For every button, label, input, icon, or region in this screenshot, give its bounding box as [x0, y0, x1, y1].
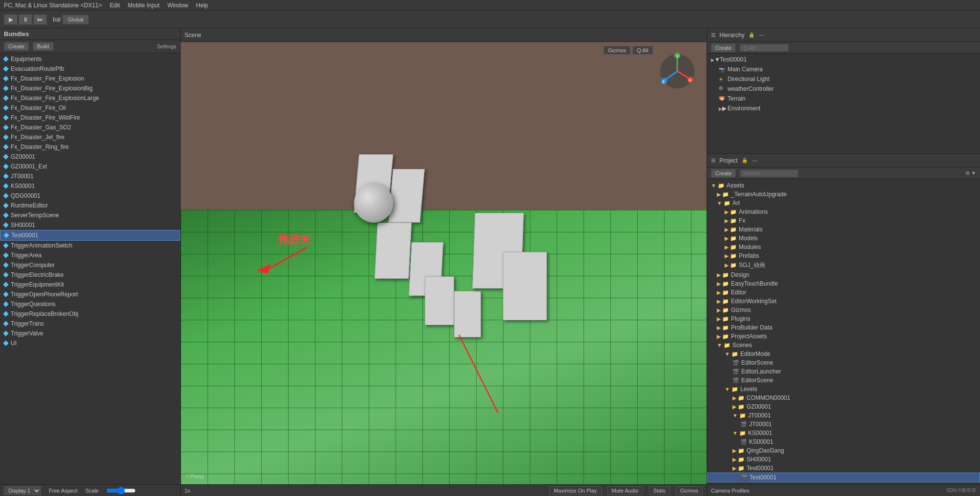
project-tree-item-5[interactable]: ▶ 📁Materials [707, 225, 980, 234]
bundle-item-7[interactable]: Fx_Disaster_Gas_SO2 [0, 123, 180, 132]
hierarchy-item-dirlight[interactable]: Directional Light [715, 74, 980, 84]
project-tree-item-26[interactable]: ▼ 📁JT00001 [707, 411, 980, 420]
bundle-item-2[interactable]: Fx_Disaster_Fire_Explosion [0, 74, 180, 83]
project-tree-item-24[interactable]: ▶ 📁COMMON00001 [707, 393, 980, 402]
project-tree-item-25[interactable]: ▶ 📁GZ00001 [707, 402, 980, 411]
project-tree-item-22[interactable]: 🎬EditorScene [707, 376, 980, 385]
menu-window[interactable]: Window [167, 2, 188, 9]
bundle-item-12[interactable]: JT00001 [0, 171, 180, 181]
project-tree-item-10[interactable]: ▶ 📁Design [707, 270, 980, 279]
hierarchy-scene-root[interactable]: ▼ Test00001 [707, 55, 980, 64]
bundle-item-0[interactable]: Equipments [0, 54, 180, 64]
bundle-item-14[interactable]: QDG00001 [0, 191, 180, 201]
bundle-item-25[interactable]: TriggerQuestions [0, 299, 180, 309]
bundle-item-22[interactable]: TriggerElectricBrake [0, 270, 180, 280]
project-tree-item-0[interactable]: ▼ 📁Assets [707, 181, 980, 190]
hierarchy-search[interactable] [740, 44, 789, 52]
bundle-item-11[interactable]: GZ00001_Ext [0, 162, 180, 171]
project-tree-item-1[interactable]: ▶ 📁_TerrainAutoUpgrade [707, 190, 980, 199]
project-tree-item-7[interactable]: ▶ 📁Modules [707, 243, 980, 251]
project-tree-item-13[interactable]: ▶ 📁EditorWorkingSet [707, 297, 980, 306]
bundle-item-3[interactable]: Fx_Disaster_Fire_ExplosionBig [0, 83, 180, 93]
bundle-item-19[interactable]: TriggerAnimationSwitch [0, 241, 180, 250]
bundle-item-18[interactable]: Test00001 [0, 230, 180, 241]
gizmos-btn[interactable]: Gizmos [604, 46, 630, 55]
project-tree-item-27[interactable]: 🎬JT00001 [707, 420, 980, 429]
project-tree-item-15[interactable]: ▶ 📁Plugins [707, 314, 980, 323]
bundles-build-btn[interactable]: Build [33, 42, 53, 51]
project-tree-item-3[interactable]: ▶ 📁Animations [707, 207, 980, 216]
bundle-item-27[interactable]: TriggerTrans [0, 319, 180, 329]
gizmos-bottom-btn[interactable]: Gizmos [676, 486, 703, 495]
project-tree-item-20[interactable]: 🎬EditorScene [707, 358, 980, 367]
project-tree-item-33[interactable]: 🎬Test00001 [707, 473, 980, 482]
menu-edit[interactable]: Edit [110, 2, 120, 9]
project-tree-item-14[interactable]: ▶ 📁Gizmos [707, 306, 980, 314]
hierarchy-item-environment[interactable]: ▶ Environment [715, 103, 980, 113]
project-tree-item-19[interactable]: ▼ 📁EditorMode [707, 350, 980, 358]
viewport-body[interactable]: Y X Z Gizmos Q:All < Persp 拖进来 [181, 42, 707, 484]
project-tree-item-4[interactable]: ▶ 📁Fx [707, 216, 980, 225]
project-create-btn[interactable]: Create [711, 169, 736, 178]
bundle-item-6[interactable]: Fx_Disaster_Fire_WildFire [0, 113, 180, 123]
project-tree-item-32[interactable]: ▶ 📁Test00001 [707, 464, 980, 473]
pause-button[interactable]: ⏸ [19, 14, 32, 25]
step-button[interactable]: ⏭ [33, 14, 47, 25]
project-tree-item-21[interactable]: 🎬EditorLauncher [707, 367, 980, 376]
bundle-item-26[interactable]: TriggerReplaceBrokenObj [0, 309, 180, 319]
bundle-item-9[interactable]: Fx_Disaster_Ring_fire [0, 142, 180, 152]
all-btn[interactable]: Q:All [632, 46, 653, 55]
project-tree-item-9[interactable]: ▶ 📁SGJ_动画 [707, 260, 980, 270]
scale-slider[interactable] [106, 487, 136, 495]
hierarchy-item-camera[interactable]: Main Camera [715, 64, 980, 74]
menu-help[interactable]: Help [196, 2, 209, 9]
bundle-item-28[interactable]: TriggerValve [0, 329, 180, 338]
bundle-item-1[interactable]: EvacuationRoutePfb [0, 64, 180, 74]
project-tree-item-11[interactable]: ▶ 📁EasyTouchBundle [707, 279, 980, 288]
project-item-label: Prefabs [739, 252, 759, 259]
bundle-label: Fx_Disaster_Fire_ExplosionLarge [11, 95, 99, 102]
project-search[interactable] [740, 169, 798, 177]
bundle-item-8[interactable]: Fx_Disaster_Jet_fire [0, 132, 180, 142]
minimize-icon[interactable]: — [759, 32, 764, 38]
project-tree-item-6[interactable]: ▶ 📁Models [707, 234, 980, 243]
project-tree-item-30[interactable]: ▶ 📁QingDaoGang [707, 446, 980, 455]
bundle-item-17[interactable]: SH00001 [0, 220, 180, 230]
project-tree-item-16[interactable]: ▶ 📁ProBuilder Data [707, 323, 980, 332]
project-minimize-icon[interactable]: — [752, 158, 757, 163]
project-tree-item-8[interactable]: ▶ 📁Prefabs [707, 251, 980, 260]
viewport-tab[interactable]: Scene [185, 32, 201, 39]
bundle-item-23[interactable]: TriggerEquipmentKit [0, 280, 180, 289]
scale-display: 1x [185, 488, 190, 494]
bundle-item-16[interactable]: ServerTempScene [0, 210, 180, 220]
display-select[interactable]: Display 1 [4, 486, 41, 495]
hierarchy-item-terrain[interactable]: Terrain [715, 94, 980, 103]
hierarchy-create-btn[interactable]: Create [711, 43, 736, 52]
project-tree-item-2[interactable]: ▼ 📁Art [707, 199, 980, 207]
project-tree-item-23[interactable]: ▼ 📁Levels [707, 385, 980, 393]
bundle-item-13[interactable]: KS00001 [0, 181, 180, 191]
bundle-item-24[interactable]: TriggerOpenPhoneReport [0, 289, 180, 299]
project-tree-item-17[interactable]: ▶ 📁ProjectAssets [707, 332, 980, 341]
project-tree-item-28[interactable]: ▼ 📁KS00001 [707, 429, 980, 437]
bundle-item-5[interactable]: Fx_Disaster_Fire_Oil [0, 103, 180, 113]
bundle-item-15[interactable]: RuntimeEditor [0, 201, 180, 210]
bundle-item-4[interactable]: Fx_Disaster_Fire_ExplosionLarge [0, 93, 180, 103]
bundle-item-10[interactable]: GZ00001 [0, 152, 180, 162]
play-button[interactable]: ▶ [4, 14, 18, 25]
bundle-item-21[interactable]: TriggerComputer [0, 260, 180, 270]
maximize-on-play-btn[interactable]: Maximize On Play [549, 486, 602, 495]
bundles-settings-btn[interactable]: Settings [157, 42, 176, 51]
hierarchy-item-weather[interactable]: ⚙ weatherController [715, 84, 980, 94]
bundle-item-29[interactable]: UI [0, 338, 180, 348]
project-tree-item-18[interactable]: ▼ 📁Scenes [707, 341, 980, 350]
project-tree-item-31[interactable]: ▶ 📁SH00001 [707, 455, 980, 464]
bundles-create-btn[interactable]: Create [4, 42, 29, 51]
project-tree-item-12[interactable]: ▶ 📁Editor [707, 288, 980, 297]
stats-btn[interactable]: Stats [649, 486, 670, 495]
mute-audio-btn[interactable]: Mute Audio [607, 486, 643, 495]
bundle-item-20[interactable]: TriggerArea [0, 250, 180, 260]
project-tree-item-29[interactable]: 🎬KS00001 [707, 437, 980, 446]
menu-mobile-input[interactable]: Mobile Input [127, 2, 159, 9]
global-btn[interactable]: Global [63, 15, 89, 24]
